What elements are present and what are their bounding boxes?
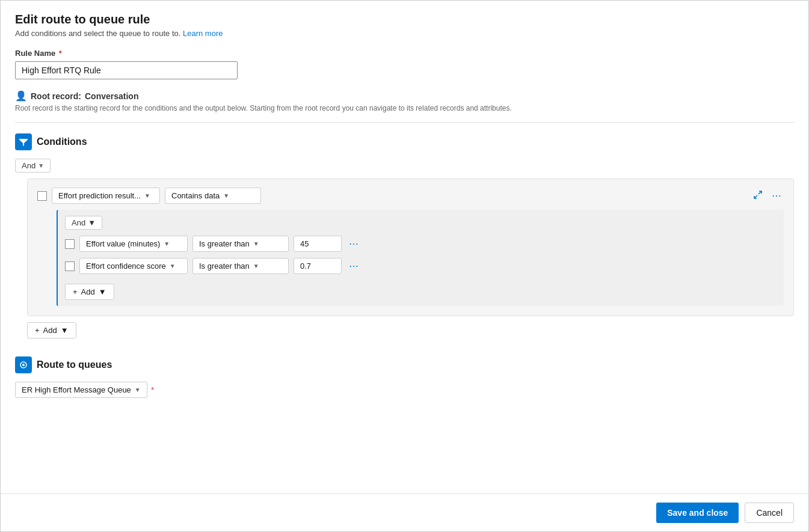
chevron-down-icon: ▼	[164, 240, 170, 247]
inner-field-dropdown-0[interactable]: Effort value (minutes) ▼	[79, 236, 188, 252]
rule-name-section: Rule Name *	[15, 49, 794, 79]
plus-icon: +	[35, 326, 40, 335]
chevron-down-icon: ▼	[88, 218, 96, 227]
filter-icon	[19, 137, 28, 147]
root-record-section: 👤 Root record: Conversation Root record …	[15, 90, 794, 123]
cancel-button[interactable]: Cancel	[745, 503, 794, 523]
chevron-down-icon: ▼	[144, 192, 150, 199]
inner-condition-block: And ▼ Effort value (minutes) ▼ Is greate…	[57, 210, 784, 306]
subtitle-text: Add conditions and select the queue to r…	[15, 29, 183, 38]
root-record-label: Root record:	[31, 91, 81, 101]
conditions-section: Conditions And ▼ Effort prediction resul…	[15, 133, 794, 338]
root-record-value: Conversation	[85, 91, 138, 101]
add-label: Add	[43, 326, 57, 335]
chevron-down-icon: ▼	[253, 263, 259, 269]
chevron-down-icon: ▼	[253, 240, 259, 247]
inner-more-button-0[interactable]: ⋯	[346, 237, 361, 251]
rule-name-label: Rule Name *	[15, 49, 794, 58]
outer-row-actions: ⋯	[751, 189, 784, 203]
and-label-inner: And	[72, 218, 85, 227]
inner-operator-dropdown-1[interactable]: Is greater than ▼	[192, 258, 289, 274]
conditions-header: Conditions	[15, 133, 794, 150]
inner-value-input-1[interactable]	[294, 258, 342, 274]
route-icon-svg	[19, 360, 28, 370]
chevron-down-icon: ▼	[170, 263, 176, 269]
outer-more-button[interactable]: ⋯	[769, 189, 784, 203]
inner-more-button-1[interactable]: ⋯	[346, 259, 361, 273]
page-title: Edit route to queue rule	[15, 13, 794, 26]
outer-condition-row: Effort prediction result... ▼ Contains d…	[37, 188, 784, 204]
chevron-down-icon: ▼	[223, 192, 229, 199]
svg-point-3	[22, 364, 25, 366]
inner-operator-dropdown-0[interactable]: Is greater than ▼	[192, 236, 289, 252]
inner-field-dropdown-1[interactable]: Effort confidence score ▼	[79, 258, 188, 274]
queue-required-indicator: *	[151, 385, 154, 394]
route-section: Route to queues ER High Effort Message Q…	[15, 356, 794, 398]
chevron-down-icon: ▼	[135, 387, 141, 393]
outer-field-dropdown[interactable]: Effort prediction result... ▼	[52, 188, 160, 204]
expand-button[interactable]	[751, 189, 764, 203]
conditions-icon	[15, 133, 32, 150]
chevron-down-icon: ▼	[99, 287, 106, 296]
outer-checkbox[interactable]	[37, 191, 47, 201]
inner-add-button[interactable]: + Add ▼	[65, 284, 114, 300]
plus-icon: +	[73, 287, 78, 296]
person-icon: 👤	[15, 90, 27, 102]
chevron-down-icon: ▼	[61, 326, 69, 335]
save-and-close-button[interactable]: Save and close	[656, 503, 739, 523]
queue-row: ER High Effort Message Queue ▼ *	[15, 382, 794, 398]
footer-bar: Save and close Cancel	[1, 494, 808, 531]
route-header: Route to queues	[15, 356, 794, 373]
inner-value-input-0[interactable]	[294, 236, 342, 252]
learn-more-link[interactable]: Learn more	[183, 29, 223, 38]
queue-dropdown[interactable]: ER High Effort Message Queue ▼	[15, 382, 147, 398]
outer-add-button[interactable]: + Add ▼	[27, 322, 76, 338]
and-badge-outer[interactable]: And ▼	[15, 159, 51, 173]
outer-operator-dropdown[interactable]: Contains data ▼	[165, 188, 261, 204]
root-record-desc: Root record is the starting record for t…	[15, 104, 794, 112]
inner-checkbox-1[interactable]	[65, 261, 75, 271]
rule-name-input[interactable]	[15, 61, 238, 79]
root-record-title: 👤 Root record: Conversation	[15, 90, 794, 102]
inner-checkbox-0[interactable]	[65, 239, 75, 249]
page-wrapper: Edit route to queue rule Add conditions …	[0, 0, 809, 532]
chevron-down-icon: ▼	[38, 162, 44, 169]
conditions-title: Conditions	[37, 136, 87, 147]
route-title: Route to queues	[37, 359, 112, 370]
required-indicator: *	[57, 49, 62, 58]
route-icon	[15, 356, 32, 373]
and-badge-inner[interactable]: And ▼	[65, 216, 102, 230]
inner-condition-row-0: Effort value (minutes) ▼ Is greater than…	[65, 236, 777, 252]
add-label: Add	[81, 287, 95, 296]
expand-icon	[754, 191, 762, 199]
outer-condition-block: Effort prediction result... ▼ Contains d…	[27, 179, 794, 316]
inner-condition-row-1: Effort confidence score ▼ Is greater tha…	[65, 258, 777, 274]
and-label: And	[22, 161, 35, 170]
page-subtitle: Add conditions and select the queue to r…	[15, 29, 794, 38]
